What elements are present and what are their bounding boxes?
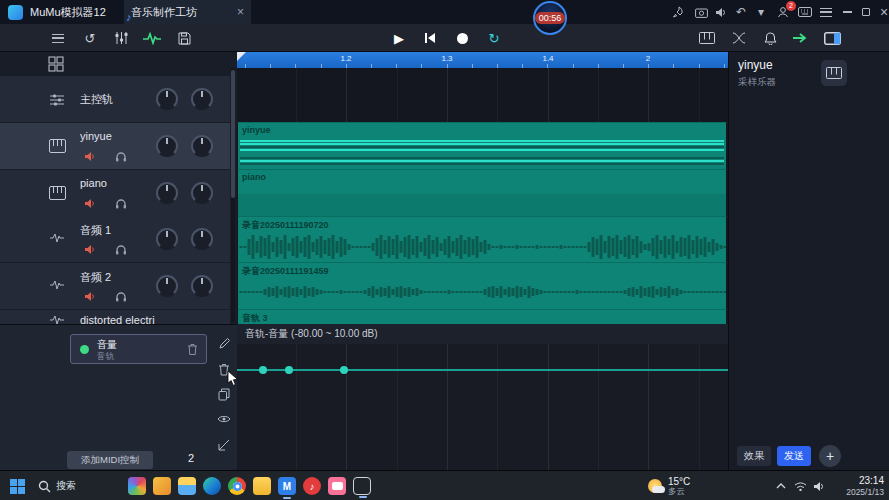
open-instrument-button[interactable] xyxy=(821,60,847,86)
mute-button[interactable] xyxy=(84,291,96,302)
arrangement-timeline[interactable]: 1.2 1.3 1.4 2 yinyue xyxy=(237,52,728,470)
timeline-ruler[interactable]: 1.2 1.3 1.4 2 xyxy=(237,52,728,68)
daw-toolbar: ↺ ▶ ↻ xyxy=(0,24,889,52)
minimize-button[interactable] xyxy=(839,0,855,24)
clip-recording-2[interactable]: 录音20250111191459 xyxy=(238,262,726,309)
music-app-icon[interactable]: ♪ xyxy=(303,477,321,495)
keyboard-icon[interactable] xyxy=(797,0,813,24)
crossfade-icon[interactable] xyxy=(730,24,748,52)
play-button[interactable]: ▶ xyxy=(390,24,408,52)
maximize-button[interactable] xyxy=(858,0,874,24)
video-app-icon[interactable] xyxy=(328,477,346,495)
automation-line[interactable] xyxy=(237,369,728,371)
track-scrollbar-thumb[interactable] xyxy=(231,70,235,198)
track-row-piano[interactable]: piano xyxy=(0,170,230,216)
loop-button[interactable]: ↻ xyxy=(485,24,503,52)
export-arrow-icon[interactable] xyxy=(791,24,809,52)
monitor-headphone-button[interactable] xyxy=(115,198,127,209)
taskbar-apps: M ♪ xyxy=(128,471,371,500)
track-row-master[interactable]: 主控轨 xyxy=(0,76,230,122)
mute-button[interactable] xyxy=(84,151,96,162)
track-row-audio1[interactable]: 音频 1 xyxy=(0,216,230,262)
clip-track3[interactable]: 音轨 3 xyxy=(238,309,726,324)
mumu-emulator-window: MuMu模拟器12 ♪ 音乐制作工坊 × ↶ ▾ 2 × 00:56 xyxy=(0,0,889,500)
undo-icon[interactable]: ↺ xyxy=(81,24,99,52)
pan-knob[interactable] xyxy=(191,182,213,204)
mumu-app-icon[interactable]: M xyxy=(278,477,296,495)
clip-yinyue[interactable]: yinyue xyxy=(238,122,726,169)
window-app-icon[interactable] xyxy=(353,477,371,495)
add-midi-control-button[interactable]: 添加MIDI控制 xyxy=(67,451,153,469)
back-icon[interactable]: ↶ xyxy=(733,0,749,24)
skip-to-start-button[interactable] xyxy=(421,24,439,52)
weather-widget[interactable]: 15°C 多云 xyxy=(648,471,690,500)
volume-knob[interactable] xyxy=(156,182,178,204)
screenshot-icon[interactable] xyxy=(693,0,709,24)
clip-recording-1[interactable]: 录音20250111190720 xyxy=(238,216,726,262)
main-menu-icon[interactable] xyxy=(49,24,67,52)
clock-widget[interactable]: 23:14 2025/1/13 xyxy=(834,471,884,500)
automation-param-volume[interactable]: 音量 音轨 xyxy=(70,334,207,364)
volume-icon[interactable] xyxy=(713,0,729,24)
visibility-eye-icon[interactable] xyxy=(214,409,234,429)
automation-point[interactable] xyxy=(340,366,348,374)
copy-tool-icon[interactable] xyxy=(214,384,234,404)
app-tab-music-workshop[interactable]: ♪ 音乐制作工坊 × xyxy=(124,0,251,24)
folder-icon[interactable] xyxy=(253,477,271,495)
start-button[interactable] xyxy=(10,471,25,500)
mixer-panel-toggle-icon[interactable] xyxy=(823,24,841,52)
automation-point[interactable] xyxy=(285,366,293,374)
chevron-down-icon[interactable]: ▾ xyxy=(753,0,769,24)
param-active-dot xyxy=(80,345,89,354)
track-row-audio2[interactable]: 音频 2 xyxy=(0,263,230,309)
save-icon[interactable] xyxy=(175,24,193,52)
clip-piano[interactable]: piano xyxy=(238,169,726,216)
photos-app-icon[interactable] xyxy=(128,477,146,495)
pan-knob[interactable] xyxy=(191,135,213,157)
titlebar-menu-icon[interactable] xyxy=(818,0,834,24)
track-grid-icon[interactable] xyxy=(48,56,64,72)
volume-knob[interactable] xyxy=(156,228,178,250)
edge-browser-icon[interactable] xyxy=(203,477,221,495)
message-count-badge: 2 xyxy=(786,1,796,11)
playhead-marker[interactable] xyxy=(237,52,246,61)
automation-point[interactable] xyxy=(259,366,267,374)
metronome-bell-icon[interactable] xyxy=(761,24,779,52)
close-button[interactable]: × xyxy=(876,0,889,24)
track-row-yinyue[interactable]: yinyue xyxy=(0,123,230,169)
floating-timer-ball[interactable]: 00:56 xyxy=(533,1,567,35)
network-icon[interactable] xyxy=(794,471,807,500)
volume-knob[interactable] xyxy=(156,88,178,110)
pan-knob[interactable] xyxy=(191,88,213,110)
file-explorer-icon[interactable] xyxy=(178,477,196,495)
automation-pulse-icon[interactable] xyxy=(143,24,161,52)
piano-keys-icon[interactable] xyxy=(698,24,716,52)
monitor-headphone-button[interactable] xyxy=(115,244,127,255)
chrome-browser-icon[interactable] xyxy=(228,477,246,495)
send-button[interactable]: 发送 xyxy=(777,446,811,466)
record-button[interactable] xyxy=(453,24,471,52)
pan-knob[interactable] xyxy=(191,228,213,250)
volume-knob[interactable] xyxy=(156,275,178,297)
search-label: 搜索 xyxy=(56,479,76,493)
automation-curve-icon[interactable] xyxy=(214,435,234,455)
tray-expand-chevron[interactable] xyxy=(776,471,786,500)
sun-cloud-icon xyxy=(648,479,662,493)
pan-knob[interactable] xyxy=(191,275,213,297)
mute-button[interactable] xyxy=(84,244,96,255)
tray-volume-icon[interactable] xyxy=(813,471,826,500)
add-button[interactable]: + xyxy=(819,445,841,467)
files-app-icon[interactable] xyxy=(153,477,171,495)
rocket-boost-icon[interactable] xyxy=(670,0,686,24)
mixer-sliders-icon[interactable] xyxy=(112,24,130,52)
mute-button[interactable] xyxy=(84,198,96,209)
pencil-tool-icon[interactable] xyxy=(214,333,234,353)
monitor-headphone-button[interactable] xyxy=(115,151,127,162)
user-account-icon[interactable]: 2 xyxy=(775,0,791,24)
effects-button[interactable]: 效果 xyxy=(737,446,771,466)
taskbar-search[interactable]: 搜索 xyxy=(38,471,76,500)
delete-param-icon[interactable] xyxy=(187,343,198,355)
automation-lane[interactable]: 音轨-音量 (-80.00 ~ 10.00 dB) xyxy=(237,324,728,470)
monitor-headphone-button[interactable] xyxy=(115,291,127,302)
volume-knob[interactable] xyxy=(156,135,178,157)
